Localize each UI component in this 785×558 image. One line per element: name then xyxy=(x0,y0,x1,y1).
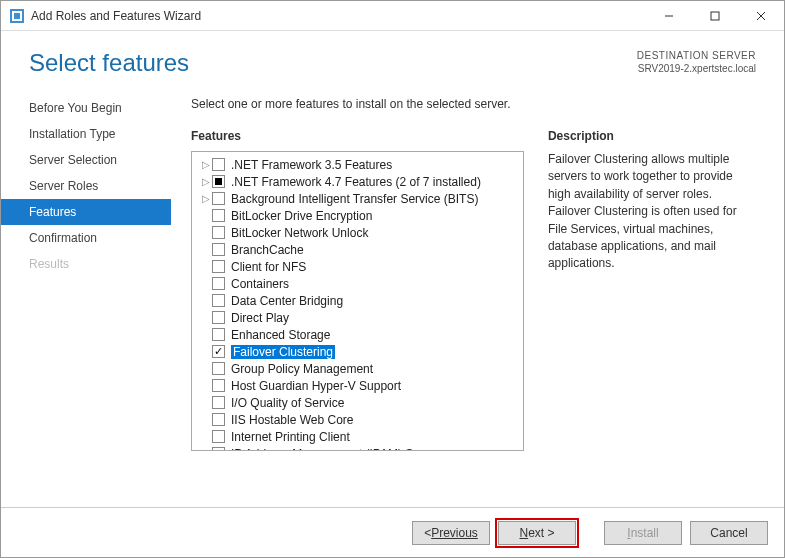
feature-checkbox[interactable] xyxy=(212,158,225,171)
feature-checkbox[interactable] xyxy=(212,192,225,205)
feature-row[interactable]: Client for NFS xyxy=(192,258,523,275)
feature-checkbox[interactable] xyxy=(212,209,225,222)
feature-row[interactable]: ▷.NET Framework 3.5 Features xyxy=(192,156,523,173)
expand-arrow-icon[interactable]: ▷ xyxy=(200,176,212,187)
feature-label: Failover Clustering xyxy=(231,345,335,359)
feature-label: .NET Framework 4.7 Features (2 of 7 inst… xyxy=(231,175,481,189)
feature-checkbox[interactable] xyxy=(212,362,225,375)
header-area: Select features DESTINATION SERVER SRV20… xyxy=(1,31,784,87)
feature-label: Host Guardian Hyper-V Support xyxy=(231,379,401,393)
sidebar-item-features[interactable]: Features xyxy=(1,199,171,225)
sidebar-item-installation-type[interactable]: Installation Type xyxy=(1,121,171,147)
sidebar-item-server-selection[interactable]: Server Selection xyxy=(1,147,171,173)
feature-label: BranchCache xyxy=(231,243,304,257)
feature-checkbox[interactable] xyxy=(212,379,225,392)
feature-row[interactable]: IP Address Management (IPAM) Server xyxy=(192,445,523,451)
feature-label: Background Intelligent Transfer Service … xyxy=(231,192,478,206)
feature-checkbox[interactable] xyxy=(212,243,225,256)
feature-label: Direct Play xyxy=(231,311,289,325)
svg-rect-4 xyxy=(711,12,719,20)
sidebar-item-before-you-begin[interactable]: Before You Begin xyxy=(1,95,171,121)
feature-row[interactable]: BitLocker Network Unlock xyxy=(192,224,523,241)
install-button[interactable]: Install xyxy=(604,521,682,545)
feature-label: IIS Hostable Web Core xyxy=(231,413,354,427)
feature-row[interactable]: Failover Clustering xyxy=(192,343,523,360)
feature-label: Group Policy Management xyxy=(231,362,373,376)
description-column: . Description Failover Clustering allows… xyxy=(548,97,756,507)
feature-checkbox[interactable] xyxy=(212,277,225,290)
description-text: Failover Clustering allows multiple serv… xyxy=(548,151,756,273)
feature-row[interactable]: Direct Play xyxy=(192,309,523,326)
feature-label: BitLocker Drive Encryption xyxy=(231,209,372,223)
destination-server: SRV2019-2.xpertstec.local xyxy=(637,62,756,75)
main-panel: Select one or more features to install o… xyxy=(171,87,784,507)
sidebar-item-server-roles[interactable]: Server Roles xyxy=(1,173,171,199)
feature-row[interactable]: ▷.NET Framework 4.7 Features (2 of 7 ins… xyxy=(192,173,523,190)
feature-row[interactable]: Enhanced Storage xyxy=(192,326,523,343)
window-title: Add Roles and Features Wizard xyxy=(31,9,646,23)
feature-label: IP Address Management (IPAM) Server xyxy=(231,447,441,452)
window-controls xyxy=(646,1,784,31)
wizard-window: Add Roles and Features Wizard Select fea… xyxy=(0,0,785,558)
sidebar-item-confirmation[interactable]: Confirmation xyxy=(1,225,171,251)
feature-label: Containers xyxy=(231,277,289,291)
feature-row[interactable]: IIS Hostable Web Core xyxy=(192,411,523,428)
feature-checkbox[interactable] xyxy=(212,294,225,307)
titlebar: Add Roles and Features Wizard xyxy=(1,1,784,31)
close-button[interactable] xyxy=(738,1,784,31)
feature-row[interactable]: Host Guardian Hyper-V Support xyxy=(192,377,523,394)
feature-checkbox[interactable] xyxy=(212,260,225,273)
destination-info: DESTINATION SERVER SRV2019-2.xpertstec.l… xyxy=(637,49,756,75)
app-icon xyxy=(9,8,25,24)
footer: < Previous Next > Install Cancel xyxy=(1,507,784,557)
expand-arrow-icon[interactable]: ▷ xyxy=(200,159,212,170)
feature-label: Client for NFS xyxy=(231,260,306,274)
expand-arrow-icon[interactable]: ▷ xyxy=(200,193,212,204)
feature-checkbox[interactable] xyxy=(212,447,225,451)
cancel-button[interactable]: Cancel xyxy=(690,521,768,545)
wizard-body: Select features DESTINATION SERVER SRV20… xyxy=(1,31,784,557)
feature-checkbox[interactable] xyxy=(212,226,225,239)
maximize-button[interactable] xyxy=(692,1,738,31)
svg-rect-2 xyxy=(14,13,20,19)
feature-checkbox[interactable] xyxy=(212,413,225,426)
minimize-button[interactable] xyxy=(646,1,692,31)
feature-label: I/O Quality of Service xyxy=(231,396,344,410)
feature-label: Internet Printing Client xyxy=(231,430,350,444)
feature-checkbox[interactable] xyxy=(212,175,225,188)
feature-row[interactable]: I/O Quality of Service xyxy=(192,394,523,411)
feature-checkbox[interactable] xyxy=(212,311,225,324)
feature-row[interactable]: BitLocker Drive Encryption xyxy=(192,207,523,224)
sidebar-item-results: Results xyxy=(1,251,171,277)
features-label: Features xyxy=(191,129,524,143)
feature-label: Data Center Bridging xyxy=(231,294,343,308)
description-label: Description xyxy=(548,129,756,143)
feature-label: Enhanced Storage xyxy=(231,328,330,342)
sidebar: Before You BeginInstallation TypeServer … xyxy=(1,87,171,507)
feature-row[interactable]: BranchCache xyxy=(192,241,523,258)
page-title: Select features xyxy=(29,49,189,77)
feature-checkbox[interactable] xyxy=(212,396,225,409)
feature-row[interactable]: ▷Background Intelligent Transfer Service… xyxy=(192,190,523,207)
destination-label: DESTINATION SERVER xyxy=(637,49,756,62)
feature-label: .NET Framework 3.5 Features xyxy=(231,158,392,172)
instruction-text: Select one or more features to install o… xyxy=(191,97,524,111)
feature-label: BitLocker Network Unlock xyxy=(231,226,368,240)
previous-button[interactable]: < Previous xyxy=(412,521,490,545)
content-area: Before You BeginInstallation TypeServer … xyxy=(1,87,784,507)
feature-checkbox[interactable] xyxy=(212,345,225,358)
features-listbox[interactable]: ▷.NET Framework 3.5 Features▷.NET Framew… xyxy=(191,151,524,451)
feature-row[interactable]: Data Center Bridging xyxy=(192,292,523,309)
feature-row[interactable]: Group Policy Management xyxy=(192,360,523,377)
feature-row[interactable]: Internet Printing Client xyxy=(192,428,523,445)
feature-checkbox[interactable] xyxy=(212,430,225,443)
feature-checkbox[interactable] xyxy=(212,328,225,341)
features-column: Select one or more features to install o… xyxy=(191,97,524,507)
feature-row[interactable]: Containers xyxy=(192,275,523,292)
next-button[interactable]: Next > xyxy=(498,521,576,545)
